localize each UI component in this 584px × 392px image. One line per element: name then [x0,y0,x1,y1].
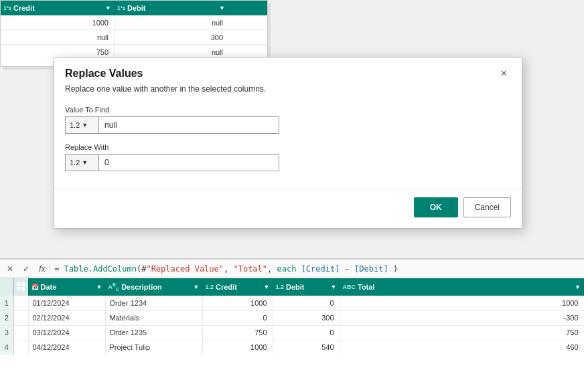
cancel-button[interactable]: Cancel [463,197,511,217]
credit-col-header[interactable]: 1.2 Credit ▼ [202,278,273,296]
total-cell-1: 1000 [340,296,584,310]
credit-type-icon: 1.2 [206,284,214,290]
date-col-header[interactable]: 📅 Date ▼ [28,278,105,296]
credit-col-type-icon: 1²₃ [3,5,11,11]
dialog-footer: OK Cancel [54,189,522,228]
svg-rect-0 [17,282,20,286]
date-cell-4: 04/12/2024 [28,340,105,355]
desc-col-header[interactable]: ABC Description ▼ [105,278,202,296]
desc-col-label: Description [121,283,162,291]
total-col-label: Total [358,283,374,291]
debit-col-header[interactable]: 1.2 Debit ▼ [273,278,340,296]
table-row: 3 03/12/2024 Order 1235 750 0 750 [0,325,584,340]
debit-cell-3: 0 [273,325,340,340]
top-debit-cell-2: 300 [115,30,228,44]
value-to-find-label: Value To Find [65,106,511,114]
desc-cell-2: Materials [105,310,202,325]
credit-cell-4: 1000 [202,340,273,355]
find-value-input[interactable] [98,116,279,134]
total-col-dropdown-icon[interactable]: ▼ [575,284,581,290]
date-cell-1: 01/12/2024 [28,296,105,310]
fx-label: fx [35,264,50,274]
debit-col-type-icon: 1²₃ [117,5,125,11]
credit-col-label: Credit [13,4,35,12]
debit-col-label: Debit [286,283,305,291]
replace-type-dropdown[interactable]: 1.2 ▼ [65,154,98,171]
date-cell-3: 03/12/2024 [28,325,105,340]
row-icon-2 [13,310,28,325]
find-type-label: 1.2 [70,121,80,129]
credit-cell-1: 1000 [202,296,273,310]
formula-cancel-button[interactable]: ✕ [3,262,17,276]
total-col-header[interactable]: ABC Total ▼ [340,278,584,296]
replace-type-label: 1.2 [70,159,80,167]
debit-cell-2: 300 [273,310,340,325]
top-credit-cell-2: null [1,30,115,44]
dialog-body: Replace one value with another in the se… [54,84,522,183]
data-table: 📅 Date ▼ ABC Description ▼ [0,278,584,355]
ok-button[interactable]: OK [414,197,458,217]
svg-rect-3 [21,287,25,290]
replace-with-field-row: 1.2 ▼ [65,154,511,171]
desc-type-icon: ABC [108,282,120,292]
top-table-body: 1000 null null 300 750 null [1,15,267,60]
find-type-chevron-icon: ▼ [82,122,88,128]
desc-cell-1: Order 1234 [105,296,202,310]
date-col-dropdown-icon[interactable]: ▼ [96,284,102,290]
credit-cell-3: 750 [202,325,273,340]
all-cols-header[interactable] [13,278,28,296]
desc-cell-4: Project Tulip [105,340,202,355]
credit-col-dropdown-icon[interactable]: ▼ [105,5,111,11]
desc-col-dropdown-icon[interactable]: ▼ [194,284,200,290]
table-container[interactable]: 📅 Date ▼ ABC Description ▼ [0,278,584,392]
table-row: 4 04/12/2024 Project Tulip 1000 540 460 [0,340,584,355]
date-type-icon: 📅 [31,284,39,290]
bottom-editor-area: ✕ ✓ fx = Table.AddColumn(#"Replaced Valu… [0,258,584,392]
svg-rect-2 [17,287,20,290]
row-number-2: 2 [0,310,13,325]
dialog-description: Replace one value with another in the se… [65,84,511,94]
value-to-find-field-row: 1.2 ▼ [65,116,511,134]
debit-cell-4: 540 [273,340,340,355]
find-type-dropdown[interactable]: 1.2 ▼ [65,116,98,134]
replace-value-input[interactable] [98,154,279,171]
svg-rect-1 [21,282,25,286]
top-debit-header[interactable]: 1²₃ Debit ▼ [115,1,228,15]
total-cell-4: 460 [340,340,584,355]
total-cell-3: 750 [340,325,584,340]
row-number-3: 3 [0,325,13,340]
row-icon-1 [13,296,28,310]
replace-with-label: Replace With [65,143,511,151]
replace-with-group: Replace With 1.2 ▼ [65,143,511,171]
table-icon [16,282,25,291]
debit-col-dropdown-icon[interactable]: ▼ [331,284,337,290]
value-to-find-group: Value To Find 1.2 ▼ [65,106,511,134]
desc-cell-3: Order 1235 [105,325,202,340]
top-debit-cell-1: null [115,15,228,29]
top-table-header: 1²₃ Credit ▼ 1²₃ Debit ▼ [1,1,267,15]
debit-col-dropdown-icon[interactable]: ▼ [219,5,225,11]
table-row: 1 01/12/2024 Order 1234 1000 0 1000 [0,296,584,310]
total-cell-2: -300 [340,310,584,325]
table-row: 1000 null [1,15,267,30]
table-header-row: 📅 Date ▼ ABC Description ▼ [0,278,584,296]
row-number-header [0,278,13,296]
credit-col-dropdown-icon[interactable]: ▼ [264,284,270,290]
row-icon-3 [13,325,28,340]
formula-confirm-button[interactable]: ✓ [19,262,33,276]
top-credit-header[interactable]: 1²₃ Credit ▼ [1,1,115,15]
table-row: null 300 [1,30,267,45]
row-number-4: 4 [0,340,13,355]
dialog-close-button[interactable]: × [497,67,511,80]
debit-col-label: Debit [127,4,146,12]
credit-cell-2: 0 [202,310,273,325]
dialog-titlebar: Replace Values × [54,58,522,84]
total-type-icon: ABC [343,284,356,290]
formula-text: = Table.AddColumn(#"Replaced Value", "To… [54,264,581,274]
row-number-1: 1 [0,296,13,310]
debit-cell-1: 0 [273,296,340,310]
replace-type-chevron-icon: ▼ [82,159,88,166]
debit-type-icon: 1.2 [276,284,285,290]
formula-bar: ✕ ✓ fx = Table.AddColumn(#"Replaced Valu… [0,260,584,278]
date-col-label: Date [41,283,57,291]
